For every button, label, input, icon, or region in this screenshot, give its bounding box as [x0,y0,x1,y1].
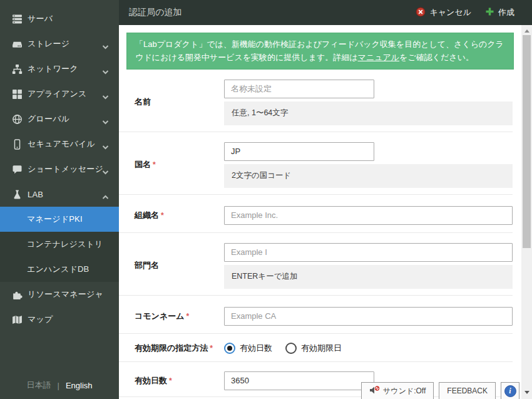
country-hint: 2文字の国コード [224,164,513,188]
server-icon [11,13,23,24]
ca-form: 名前 任意, 1〜64文字 国名 * 2文字の国コード 組織名 * [119,70,513,399]
sidebar-item-label: サーバ [28,13,53,24]
feedback-label: FEEDBACK [447,386,488,395]
sidebar-item-global[interactable]: グローバル [0,106,119,132]
sidebar-item-label: セキュアモバイル [28,138,95,150]
language-separator: | [57,381,59,390]
sidebar-item-managed-pki[interactable]: マネージドPKI [0,207,119,232]
sound-label: サウンド:Off [383,386,426,396]
required-marker: * [161,211,164,220]
map-icon [11,314,23,325]
field-label-text: 部門名 [135,260,159,271]
sidebar-item-lab[interactable]: LAB [0,182,119,207]
page-title: 認証局の追加 [119,7,182,18]
storage-icon [11,38,23,49]
required-marker: * [210,344,213,353]
create-button[interactable]: 作成 [485,7,514,18]
field-label-department: 部門名 [119,243,224,289]
sidebar-item-label: リソースマネージャ [28,289,103,300]
lab-notice-banner: 「Labプロダクト」では、新機能の動作検証およびフィードバック収集を目的として、… [126,33,514,70]
scrollbar-thumb[interactable] [523,35,531,248]
speaker-muted-icon [369,386,380,396]
lab-submenu: マネージドPKI コンテナレジストリ エンハンスドDB [0,207,119,282]
sidebar-item-appliance[interactable]: アプライアンス [0,81,119,106]
flask-icon [11,189,23,200]
sidebar-item-storage[interactable]: ストレージ [0,31,119,56]
chevron-down-icon [102,141,109,152]
sidebar-item-enhanced-db[interactable]: エンハンスドDB [0,257,119,282]
sidebar-item-resource-manager[interactable]: リソースマネージャ [0,282,119,307]
scroll-down-arrow-icon[interactable] [521,388,532,396]
organization-input[interactable] [224,206,513,225]
notice-text-after: をご確認ください。 [399,53,474,62]
plus-icon [485,7,494,18]
department-input[interactable] [224,243,513,262]
required-marker: * [153,160,156,169]
required-marker: * [169,376,172,385]
field-label-text: 有効日数 [135,375,167,386]
form-row-name: 名前 任意, 1〜64文字 [119,70,513,132]
cancel-button[interactable]: キャンセル [416,7,471,19]
valid-days-input[interactable] [224,371,374,390]
chevron-down-icon [102,66,109,77]
radio-valid-days[interactable] [224,343,235,354]
form-row-common-name: コモンネーム * [119,296,513,334]
sound-toggle-button[interactable]: サウンド:Off [361,382,434,399]
field-label-name: 名前 [119,80,224,125]
field-label-expiry-method: 有効期限の指定方法 * [119,343,224,354]
field-label-country: 国名 * [119,142,224,188]
radio-expiry-date-label[interactable]: 有効期限日 [301,343,342,354]
footer-toolbar: サウンド:Off FEEDBACK i [361,382,519,399]
sidebar-item-map[interactable]: マップ [0,307,119,332]
mobile-icon [11,138,23,150]
cancel-label: キャンセル [429,7,471,18]
sidebar-item-container-registry[interactable]: コンテナレジストリ [0,232,119,257]
network-icon [11,63,23,75]
sidebar-item-server[interactable]: サーバ [0,6,119,31]
common-name-input[interactable] [224,307,513,326]
manual-link[interactable]: マニュアル [358,53,400,62]
form-row-organization: 組織名 * [119,195,513,233]
country-input[interactable] [224,142,374,161]
sidebar-item-label: アプライアンス [28,88,87,100]
chevron-up-icon [102,191,109,202]
language-switcher: 日本語 | English [0,380,119,391]
language-japanese[interactable]: 日本語 [26,380,51,391]
chevron-down-icon [102,41,109,52]
sidebar-item-label: LAB [28,190,43,199]
feedback-button[interactable]: FEEDBACK [439,382,496,399]
radio-expiry-date[interactable] [285,343,297,354]
message-icon [11,163,23,175]
department-hint: ENTERキーで追加 [224,265,513,289]
form-row-department: 部門名 ENTERキーで追加 [119,233,513,296]
sidebar-item-network[interactable]: ネットワーク [0,56,119,81]
required-marker: * [187,312,190,321]
chevron-down-icon [102,91,109,102]
sidebar-item-short-message[interactable]: ショートメッセージ [0,157,119,182]
topbar: 認証局の追加 キャンセル 作成 [119,0,532,25]
name-input[interactable] [224,80,374,98]
sidebar-item-label: ネットワーク [28,63,78,75]
name-hint: 任意, 1〜64文字 [224,101,513,125]
globe-icon [11,113,23,125]
field-label-valid-days: 有効日数 * [119,371,224,390]
cancel-x-icon [416,7,426,19]
field-label-text: 有効期限の指定方法 [135,343,208,354]
sidebar-item-label: エンハンスドDB [27,264,90,275]
puzzle-icon [11,289,23,300]
radio-valid-days-label[interactable]: 有効日数 [240,343,272,354]
sidebar: サーバ ストレージ ネットワーク アプライアンス [0,0,119,399]
form-row-expiry-method: 有効期限の指定方法 * 有効日数 有効期限日 [119,334,513,362]
sidebar-item-secure-mobile[interactable]: セキュアモバイル [0,132,119,157]
language-english[interactable]: English [66,381,93,390]
field-label-text: 名前 [135,96,151,108]
field-label-text: コモンネーム [135,311,185,322]
help-button[interactable]: i [501,382,519,399]
main-content: 「Labプロダクト」では、新機能の動作検証およびフィードバック収集を目的として、… [119,25,521,399]
vertical-scrollbar[interactable] [521,25,532,399]
sidebar-item-label: ストレージ [28,38,69,49]
chevron-down-icon [102,116,109,127]
scroll-up-arrow-icon[interactable] [521,26,532,35]
form-row-country: 国名 * 2文字の国コード [119,132,513,195]
chevron-down-icon [102,166,109,177]
